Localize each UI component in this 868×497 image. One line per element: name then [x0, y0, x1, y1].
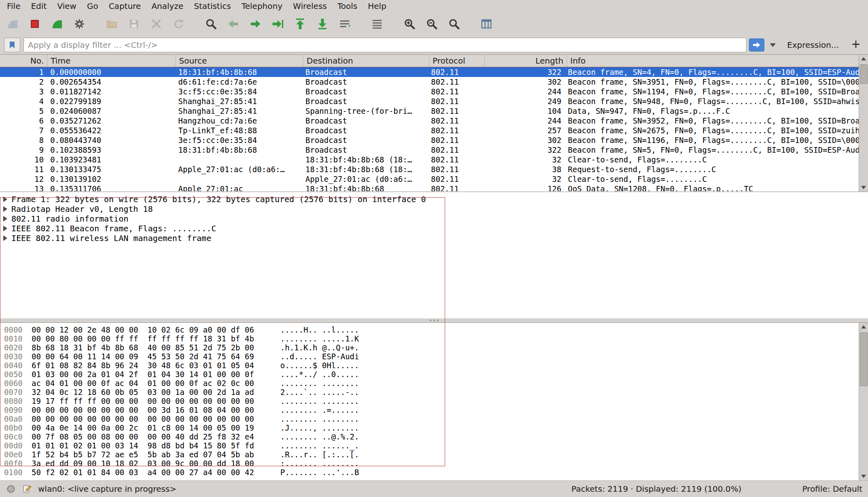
go-back-button[interactable]: [224, 15, 243, 33]
packet-list-scrollbar[interactable]: [859, 55, 868, 192]
expander-triangle-icon[interactable]: [3, 196, 7, 202]
cell-time: 0.103923481: [47, 155, 175, 164]
pane-splitter[interactable]: [0, 318, 868, 322]
detail-line-4[interactable]: IEEE 802.11 Beacon frame, Flags: .......…: [0, 224, 868, 233]
cell-info: Beacon frame, SN=948, FN=0, Flags=......…: [565, 96, 859, 106]
start-capture-button[interactable]: [3, 15, 22, 33]
column-header-source[interactable]: Source: [176, 55, 303, 67]
menu-item-statistics[interactable]: Statistics: [189, 0, 236, 12]
cell-info: Beacon frame, SN=3951, FN=0, Flags=.....…: [565, 77, 859, 87]
packet-row-12[interactable]: 12 0.130139102 Apple_27:01:ac (d0:a6:… 8…: [0, 174, 859, 184]
scroll-up-arrow[interactable]: [859, 55, 868, 63]
save-file-button[interactable]: [125, 15, 143, 33]
capture-comment-button[interactable]: [22, 484, 32, 494]
filter-history-dropdown[interactable]: [768, 39, 778, 51]
hex-row-0000[interactable]: 0000 00 00 12 00 2e 48 00 00 10 02 6c 09…: [0, 325, 868, 334]
packet-row-11[interactable]: 11 0.130133475 Apple_27:01:ac (d0:a6:… 1…: [0, 164, 859, 174]
menu-item-file[interactable]: File: [2, 0, 26, 12]
scroll-down-arrow[interactable]: [859, 472, 868, 480]
profile-selector[interactable]: Profile: Default: [802, 484, 862, 494]
hex-row-00f0[interactable]: 00f0 3a ed dd 09 00 10 18 02 03 00 9c 00…: [0, 459, 868, 468]
menu-item-telephony[interactable]: Telephony: [236, 0, 288, 12]
menu-item-edit[interactable]: Edit: [26, 0, 52, 12]
hex-row-0040[interactable]: 0040 6f 01 08 82 84 8b 96 24 30 48 6c 03…: [0, 361, 868, 370]
hex-row-0060[interactable]: 0060 ac 04 01 00 00 0f ac 04 01 00 00 0f…: [0, 379, 868, 388]
apply-filter-button[interactable]: [749, 38, 764, 51]
hex-row-00a0[interactable]: 00a0 00 00 00 00 00 00 00 00 00 00 00 00…: [0, 414, 868, 423]
scroll-down-arrow[interactable]: [859, 183, 868, 192]
hex-row-0020[interactable]: 0020 8b 68 18 31 bf 4b 8b 68 40 00 85 51…: [0, 343, 868, 352]
packet-row-5[interactable]: 5 0.024060087 Shanghai_27:85:41 Spanning…: [0, 106, 859, 116]
packet-row-6[interactable]: 6 0.035271262 Hangzhou_cd:7a:6e Broadcas…: [0, 116, 859, 126]
packet-row-1[interactable]: 1 0.000000000 18:31:bf:4b:8b:68 Broadcas…: [0, 67, 859, 77]
expert-info-button[interactable]: [6, 484, 16, 494]
zoom-out-button[interactable]: [422, 15, 441, 33]
expander-triangle-icon[interactable]: [3, 226, 7, 231]
reload-file-button[interactable]: [169, 15, 188, 33]
display-filter-input[interactable]: [23, 38, 746, 52]
hex-row-00d0[interactable]: 00d0 01 01 01 02 01 00 03 14 98 d8 bd b4…: [0, 441, 868, 450]
capture-options-button[interactable]: [70, 15, 89, 33]
scrollbar-thumb[interactable]: [860, 333, 868, 386]
packet-row-7[interactable]: 7 0.055536422 Tp-LinkT_ef:48:88 Broadcas…: [0, 126, 859, 135]
detail-line-3[interactable]: 802.11 radio information: [0, 214, 868, 224]
menu-item-go[interactable]: Go: [82, 0, 104, 12]
menu-item-view[interactable]: View: [52, 0, 81, 12]
go-last-packet-button[interactable]: [313, 15, 332, 33]
stop-capture-button[interactable]: [26, 15, 44, 33]
go-forward-button[interactable]: [246, 15, 265, 33]
column-header-length[interactable]: Length: [485, 55, 567, 67]
menu-item-wireless[interactable]: Wireless: [288, 0, 332, 12]
auto-scroll-button[interactable]: [335, 15, 354, 33]
hex-row-00e0[interactable]: 00e0 1f 52 b4 b5 b7 72 ae e5 5b ab 3a ed…: [0, 450, 868, 459]
packet-row-4[interactable]: 4 0.022799189 Shanghai_27:85:41 Broadcas…: [0, 96, 859, 106]
add-filter-button[interactable]: +: [848, 38, 864, 52]
close-file-button[interactable]: [147, 15, 166, 33]
packet-row-3[interactable]: 3 0.011827142 3c:f5:cc:0e:35:84 Broadcas…: [0, 87, 859, 96]
resize-columns-button[interactable]: [477, 15, 496, 33]
packet-row-13[interactable]: 13 0.135311706 Apple_27:01:ac 18:31:bf:4…: [0, 184, 859, 191]
packet-row-8[interactable]: 8 0.080443740 3e:f5:cc:0e:35:84 Broadcas…: [0, 135, 859, 145]
zoom-in-button[interactable]: [400, 15, 419, 33]
packet-row-9[interactable]: 9 0.102388593 18:31:bf:4b:8b:68 Broadcas…: [0, 145, 859, 155]
restart-capture-button[interactable]: [48, 15, 66, 33]
expression-button[interactable]: Expression...: [781, 40, 845, 50]
menu-item-tools[interactable]: Tools: [332, 0, 363, 12]
detail-line-5[interactable]: IEEE 802.11 wireless LAN management fram…: [0, 233, 868, 243]
expander-triangle-icon[interactable]: [3, 216, 7, 222]
menu-item-capture[interactable]: Capture: [103, 0, 146, 12]
scroll-up-arrow[interactable]: [859, 323, 868, 331]
expander-triangle-icon[interactable]: [3, 206, 7, 212]
hex-row-0090[interactable]: 0090 00 00 00 00 00 00 00 00 00 3d 16 01…: [0, 405, 868, 414]
cell-protocol: 802.11: [428, 87, 483, 96]
column-header-destination[interactable]: Destination: [303, 55, 429, 67]
find-packet-button[interactable]: [202, 15, 220, 33]
scrollbar-thumb[interactable]: [860, 64, 868, 84]
hex-row-0030[interactable]: 0030 00 00 64 00 11 14 00 09 45 53 50 2d…: [0, 352, 868, 361]
hex-row-0010[interactable]: 0010 00 00 80 00 00 00 ff ff ff ff ff ff…: [0, 334, 868, 343]
go-first-packet-button[interactable]: [291, 15, 309, 33]
colorize-packets-button[interactable]: [368, 15, 386, 33]
hex-row-0070[interactable]: 0070 32 04 0c 12 18 60 0b 05 03 00 1a 00…: [0, 388, 868, 397]
menu-item-help[interactable]: Help: [363, 0, 392, 12]
packet-row-2[interactable]: 2 0.002654354 d6:61:fe:cd:7a:6e Broadcas…: [0, 77, 859, 87]
hex-pane-scrollbar[interactable]: [859, 323, 868, 480]
hex-row-0080[interactable]: 0080 19 17 ff ff ff 00 00 00 00 00 00 00…: [0, 397, 868, 405]
filter-bookmark-button[interactable]: [4, 38, 20, 52]
detail-line-1[interactable]: Frame 1: 322 bytes on wire (2576 bits), …: [0, 194, 868, 204]
column-header-info[interactable]: Info: [567, 55, 859, 67]
hex-row-0100[interactable]: 0100 50 f2 02 01 01 84 00 03 a4 00 00 27…: [0, 468, 868, 477]
expander-triangle-icon[interactable]: [3, 235, 7, 241]
hex-row-00b0[interactable]: 00b0 00 4a 0e 14 00 0a 00 2c 01 c8 00 14…: [0, 423, 868, 432]
menu-item-analyze[interactable]: Analyze: [146, 0, 189, 12]
column-header-time[interactable]: Time: [47, 55, 176, 67]
packet-row-10[interactable]: 10 0.103923481 18:31:bf:4b:8b:68 (18:… 8…: [0, 155, 859, 164]
open-file-button[interactable]: [102, 15, 121, 33]
hex-row-00c0[interactable]: 00c0 00 7f 08 05 00 08 00 00 00 00 40 dd…: [0, 432, 868, 441]
hex-row-0050[interactable]: 0050 01 03 00 00 2a 01 04 2f 01 04 30 14…: [0, 370, 868, 379]
detail-line-2[interactable]: Radiotap Header v0, Length 18: [0, 204, 868, 214]
column-header-no[interactable]: No.: [0, 55, 47, 67]
zoom-original-button[interactable]: [445, 15, 463, 33]
column-header-protocol[interactable]: Protocol: [429, 55, 485, 67]
go-to-packet-button[interactable]: [269, 15, 287, 33]
